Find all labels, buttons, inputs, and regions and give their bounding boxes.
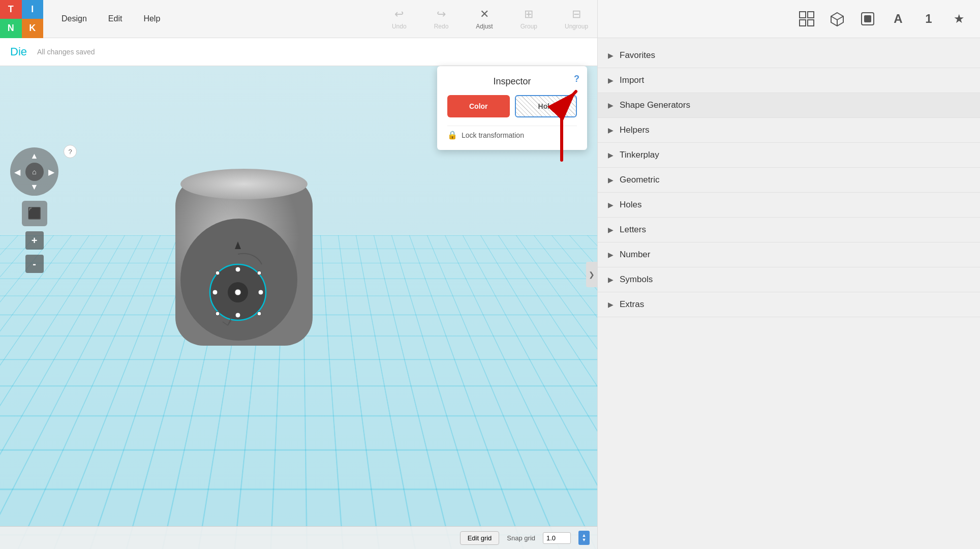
nav-design[interactable]: Design [53, 10, 95, 27]
svg-rect-17 [808, 12, 814, 18]
nav-help[interactable]: Help [135, 10, 168, 27]
undo-button[interactable]: ↩ Undo [386, 4, 413, 34]
group-label: Group [520, 23, 537, 30]
inspector-help-button[interactable]: ? [574, 74, 579, 84]
svg-point-10 [216, 271, 220, 275]
tinkerplay-label: Tinkerplay [620, 150, 659, 160]
holes-arrow: ▶ [608, 201, 614, 209]
redo-button[interactable]: ↪ Redo [428, 4, 455, 34]
symbols-arrow: ▶ [608, 276, 614, 284]
sidebar-item-import[interactable]: ▶ Import [598, 68, 980, 93]
holes-label: Holes [620, 200, 641, 210]
sidebar-item-tinkerplay[interactable]: ▶ Tinkerplay [598, 143, 980, 168]
redo-icon: ↪ [437, 8, 446, 21]
letters-label: Letters [620, 225, 646, 235]
shape-icon[interactable] [857, 8, 878, 29]
letter-a-icon[interactable]: A [887, 8, 909, 29]
svg-rect-19 [808, 20, 814, 26]
snap-grid-stepper[interactable]: ▲ ▼ [578, 531, 590, 545]
cube-icon[interactable] [826, 8, 848, 29]
ungroup-icon: ⊟ [572, 8, 581, 21]
sidebar-item-number[interactable]: ▶ Number [598, 242, 980, 267]
svg-point-11 [257, 271, 261, 275]
svg-rect-18 [800, 20, 806, 26]
logo[interactable]: T I N K [0, 0, 43, 38]
sidebar-item-favorites[interactable]: ▶ Favorites [598, 43, 980, 68]
compass-center[interactable]: ⌂ [25, 163, 44, 181]
helpers-label: Helpers [620, 125, 650, 135]
nav-edit[interactable]: Edit [100, 10, 131, 27]
lock-label: Lock transformation [462, 131, 524, 139]
compass-right[interactable]: ▶ [48, 167, 54, 176]
number-arrow: ▶ [608, 251, 614, 259]
sidebar-top-icons: A 1 ★ [598, 0, 980, 38]
logo-t: T [0, 0, 22, 19]
toolbar-center: ↩ Undo ↪ Redo ✕ Adjust ⊞ Group ⊟ Ungroup [386, 4, 594, 34]
tinkerplay-arrow: ▶ [608, 151, 614, 159]
compass-left[interactable]: ◀ [14, 167, 20, 176]
sidebar-item-holes[interactable]: ▶ Holes [598, 193, 980, 218]
redo-label: Redo [434, 23, 449, 30]
import-arrow: ▶ [608, 76, 614, 84]
compass-down[interactable]: ▼ [30, 182, 39, 192]
undo-icon: ↩ [394, 8, 404, 21]
sidebar-item-symbols[interactable]: ▶ Symbols [598, 267, 980, 292]
sidebar-item-extras[interactable]: ▶ Extras [598, 292, 980, 317]
help-bubble[interactable]: ? [64, 145, 77, 158]
geometric-label: Geometric [620, 175, 659, 185]
view-cube-button[interactable]: ⬛ [22, 201, 47, 226]
snap-grid-label: Snap grid [507, 534, 535, 542]
group-button[interactable]: ⊞ Group [514, 4, 543, 34]
number-label: Number [620, 250, 650, 260]
logo-n: N [0, 19, 22, 38]
lock-icon: 🔒 [447, 130, 457, 140]
compass-up[interactable]: ▲ [30, 151, 39, 161]
shape-generators-label: Shape Generators [620, 100, 690, 110]
svg-point-5 [235, 289, 241, 295]
helpers-arrow: ▶ [608, 126, 614, 134]
sidebar-item-letters[interactable]: ▶ Letters [598, 218, 980, 242]
svg-point-7 [235, 267, 240, 272]
svg-line-21 [831, 16, 837, 20]
svg-line-22 [837, 16, 843, 20]
grid-view-icon[interactable] [796, 8, 817, 29]
nav-compass[interactable]: ▲ ▼ ◀ ▶ ⌂ [10, 147, 58, 196]
adjust-button[interactable]: ✕ Adjust [470, 4, 499, 34]
svg-point-1 [180, 169, 308, 199]
zoom-in-button[interactable]: + [25, 231, 44, 250]
hole-button[interactable]: Hole [515, 95, 577, 117]
project-title[interactable]: Die [10, 45, 27, 58]
logo-i: I [22, 0, 44, 19]
color-button[interactable]: Color [447, 95, 510, 117]
sidebar-item-geometric[interactable]: ▶ Geometric [598, 168, 980, 193]
edit-grid-button[interactable]: Edit grid [460, 531, 500, 545]
adjust-icon: ✕ [480, 8, 489, 21]
svg-rect-16 [800, 12, 806, 18]
snap-grid-input[interactable] [543, 532, 571, 544]
import-label: Import [620, 75, 644, 85]
extras-arrow: ▶ [608, 300, 614, 309]
geometric-arrow: ▶ [608, 176, 614, 184]
save-status: All changes saved [37, 48, 95, 56]
right-sidebar: A 1 ★ ▶ Favorites ▶ Import ▶ Shape Gener… [597, 0, 980, 549]
undo-label: Undo [392, 23, 407, 30]
group-icon: ⊞ [524, 8, 533, 21]
adjust-label: Adjust [476, 23, 493, 30]
inspector-buttons: Color Hole [447, 95, 577, 117]
number-1-icon[interactable]: 1 [918, 8, 939, 29]
sidebar-item-helpers[interactable]: ▶ Helpers [598, 118, 980, 143]
sidebar-content: ▶ Favorites ▶ Import ▶ Shape Generators … [598, 38, 980, 322]
inspector-title: Inspector [447, 76, 577, 87]
inspector-panel: Inspector ? Color Hole 🔒 Lock transforma… [437, 66, 587, 150]
bottom-bar: Edit grid Snap grid ▲ ▼ [0, 526, 597, 549]
svg-point-9 [235, 313, 240, 318]
letters-arrow: ▶ [608, 226, 614, 234]
star-icon[interactable]: ★ [948, 8, 970, 29]
die-object[interactable] [152, 147, 335, 361]
sidebar-item-shape-generators[interactable]: ▶ Shape Generators [598, 93, 980, 118]
collapse-sidebar-button[interactable]: ❯ [586, 262, 597, 287]
zoom-out-button[interactable]: - [25, 255, 44, 273]
svg-point-12 [216, 312, 220, 316]
ungroup-button[interactable]: ⊟ Ungroup [559, 4, 594, 34]
svg-rect-25 [864, 15, 871, 22]
